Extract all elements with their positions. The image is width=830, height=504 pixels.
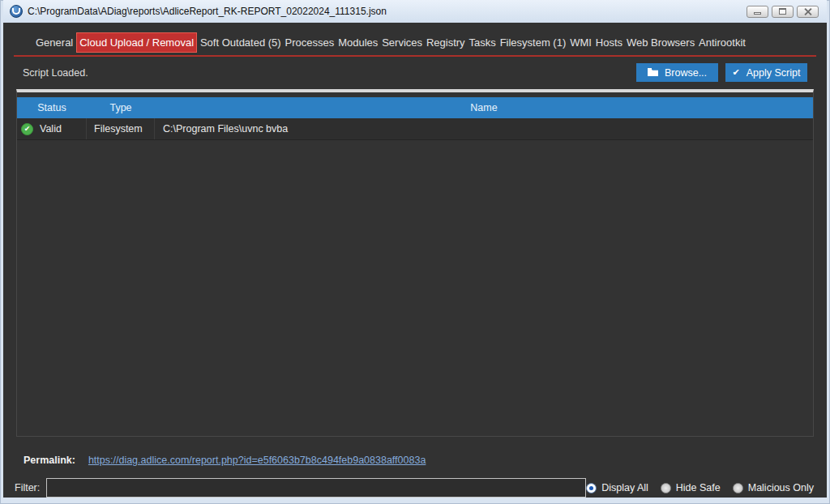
- app-logo-icon: [10, 5, 23, 18]
- radio-display-all-label: Display All: [601, 482, 648, 493]
- tab-soft-outdated[interactable]: Soft Outdated (5): [199, 33, 282, 52]
- permalink-label: Permalink:: [24, 455, 75, 466]
- content-area: General Cloud Upload / Removal Soft Outd…: [3, 23, 827, 498]
- minimize-icon: [754, 12, 761, 15]
- tab-web-browsers[interactable]: Web Browsers: [626, 33, 695, 52]
- table-empty-area: [17, 140, 813, 436]
- row-name-label: C:\Program Files\uvnc bvba: [163, 123, 288, 135]
- minimize-button[interactable]: [747, 6, 768, 18]
- tab-antirootkit[interactable]: Antirootkit: [698, 33, 747, 52]
- tab-services[interactable]: Services: [381, 33, 423, 52]
- check-icon: ✔: [733, 67, 740, 78]
- row-type-cell: Filesystem: [87, 118, 155, 139]
- radio-malicious-only[interactable]: Malicious Only: [733, 482, 814, 493]
- tab-registry[interactable]: Registry: [426, 33, 466, 52]
- titlebar: C:\ProgramData\ADiag\reports\AdliceRepor…: [3, 0, 827, 23]
- radio-display-all-icon: [586, 483, 597, 493]
- toolbar: Script Loaded. Browse... ✔ Apply Script: [23, 63, 807, 82]
- tab-hosts[interactable]: Hosts: [595, 33, 623, 52]
- tab-wmi[interactable]: WMI: [569, 33, 593, 52]
- filter-label: Filter:: [15, 482, 40, 493]
- radio-hide-safe[interactable]: Hide Safe: [661, 482, 721, 493]
- radio-hide-safe-label: Hide Safe: [676, 482, 721, 493]
- folder-icon: [648, 68, 658, 77]
- browse-button-label: Browse...: [665, 67, 707, 79]
- maximize-button[interactable]: [772, 6, 794, 18]
- window-controls: [747, 6, 824, 18]
- maximize-icon: [779, 8, 786, 15]
- script-status-text: Script Loaded.: [23, 67, 88, 79]
- browse-button[interactable]: Browse...: [636, 63, 718, 82]
- filter-row: Filter: Display All Hide Safe Malicious …: [15, 478, 814, 498]
- row-status-label: Valid: [40, 123, 62, 135]
- column-header-name[interactable]: Name: [155, 102, 813, 113]
- table-header-row: Status Type Name: [17, 97, 813, 118]
- permalink-link[interactable]: https://diag.adlice.com/report.php?id=e5…: [88, 455, 426, 466]
- filter-input[interactable]: [46, 478, 586, 498]
- filter-radio-group: Display All Hide Safe Malicious Only: [586, 482, 814, 493]
- window-title: C:\ProgramData\ADiag\reports\AdliceRepor…: [28, 6, 387, 17]
- radio-malicious-only-icon: [733, 483, 743, 493]
- radio-display-all[interactable]: Display All: [586, 482, 648, 493]
- tab-cloud-upload-removal[interactable]: Cloud Upload / Removal: [76, 32, 197, 53]
- tab-general[interactable]: General: [35, 33, 74, 52]
- column-header-type[interactable]: Type: [87, 102, 155, 113]
- check-circle-icon: ✔: [21, 123, 33, 135]
- row-name-cell: C:\Program Files\uvnc bvba: [155, 118, 813, 139]
- toolbar-buttons: Browse... ✔ Apply Script: [636, 63, 807, 82]
- close-icon: [803, 8, 812, 15]
- results-table: Status Type Name ✔ Valid Filesystem C:\P…: [16, 89, 814, 437]
- row-type-label: Filesystem: [94, 123, 143, 135]
- radio-malicious-only-label: Malicious Only: [748, 482, 814, 493]
- table-row[interactable]: ✔ Valid Filesystem C:\Program Files\uvnc…: [17, 118, 813, 140]
- tab-modules[interactable]: Modules: [337, 33, 379, 52]
- tab-bar: General Cloud Upload / Removal Soft Outd…: [14, 32, 816, 57]
- tab-filesystem[interactable]: Filesystem (1): [499, 33, 567, 52]
- row-status-cell: ✔ Valid: [17, 118, 87, 139]
- tab-processes[interactable]: Processes: [285, 33, 336, 52]
- apply-script-button-label: Apply Script: [747, 67, 801, 79]
- apply-script-button[interactable]: ✔ Apply Script: [725, 63, 807, 82]
- permalink-row: Permalink: https://diag.adlice.com/repor…: [24, 454, 814, 467]
- tab-tasks[interactable]: Tasks: [468, 33, 497, 52]
- app-window: C:\ProgramData\ADiag\reports\AdliceRepor…: [0, 0, 830, 504]
- close-button[interactable]: [797, 6, 819, 18]
- radio-hide-safe-icon: [661, 483, 671, 493]
- column-header-status[interactable]: Status: [17, 102, 87, 113]
